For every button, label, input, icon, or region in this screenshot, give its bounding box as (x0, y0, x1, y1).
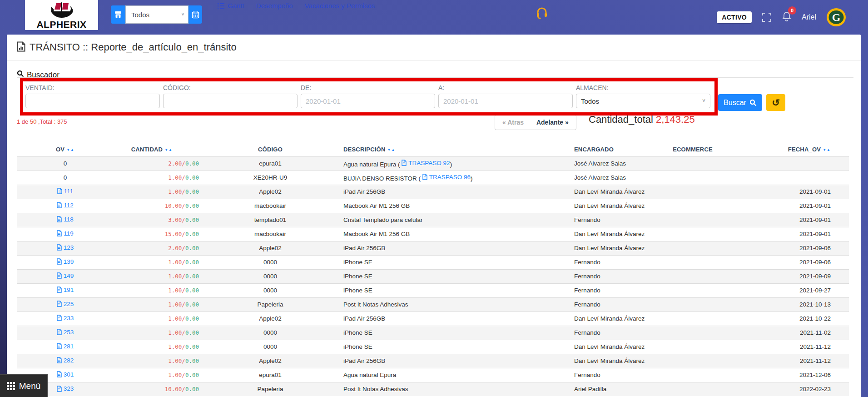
fullscreen-icon[interactable] (762, 12, 772, 22)
ecommerce-cell (659, 283, 727, 297)
cantidad-cell: 3.00/0.00 (114, 213, 204, 227)
document-icon (57, 315, 62, 321)
fecha-ov-cell (727, 156, 849, 171)
cantidad-cell: 1.00/0.00 (114, 255, 204, 269)
fecha-ov-cell: 2021-09-01 (727, 213, 849, 227)
chevron-down-icon: ˅ (181, 11, 184, 18)
ov-cell: 119 (17, 227, 114, 241)
codigo-cell: 0000 (204, 283, 336, 297)
fecha-de-input[interactable] (301, 94, 435, 108)
col-header-cantidad[interactable]: CANTIDAD▼▲ (114, 143, 204, 156)
fecha-ov-cell: 2021-09-01 (727, 185, 849, 199)
encargado-cell: Ariel Padilla (568, 382, 659, 396)
cantidad-cell: 1.00/0.00 (114, 283, 204, 297)
almacen-select[interactable]: Todos ˅ (576, 94, 710, 108)
notifications-bell-icon[interactable]: 0 (782, 11, 792, 24)
sort-arrows-icon[interactable]: ▼▲ (164, 148, 173, 152)
encargado-cell: Fernando (568, 368, 659, 382)
reset-button[interactable]: ↺ (766, 94, 785, 111)
table-row: 2811.00/0.000000iPhone SEDan Leví Mirand… (17, 340, 849, 354)
document-icon (422, 174, 427, 180)
ov-link[interactable]: 301 (57, 371, 74, 378)
table-row: 2821.00/0.00Apple02iPad Air 256GBDan Lev… (17, 354, 849, 368)
descripcion-cell: iPad Air 256GB (336, 185, 568, 199)
cantidad-cell: 1.00/0.00 (114, 171, 204, 185)
menu-button-label: Menú (19, 381, 41, 391)
store-icon[interactable] (111, 5, 125, 24)
ov-link[interactable]: 253 (57, 329, 74, 336)
ov-link[interactable]: 149 (57, 272, 74, 279)
nav-link-vacaciones-y-permisos[interactable]: Vacaciones y Permisos (305, 2, 375, 10)
ov-link[interactable]: 233 (57, 315, 74, 322)
ov-link[interactable]: 282 (57, 357, 74, 364)
codigo-input[interactable] (163, 94, 298, 108)
nav-link-gantt[interactable]: Gantt (218, 2, 244, 10)
ecommerce-cell (659, 382, 727, 396)
table-row: 3011.00/0.00epura01Agua natural EpuraFer… (17, 368, 849, 382)
codigo-cell: XE20HR-U9 (204, 171, 336, 185)
traspaso-link[interactable]: TRASPASO 92 (402, 160, 450, 166)
store-select[interactable]: Todos ˅ (125, 5, 188, 24)
table-row: 1183.00/0.00templado01Cristal Templado p… (17, 213, 849, 227)
ov-link[interactable]: 281 (57, 343, 74, 350)
chevron-down-icon: ˅ (702, 98, 705, 104)
ov-link[interactable]: 123 (57, 244, 74, 251)
ov-cell: 233 (17, 312, 114, 326)
alpherix-logo[interactable]: ALPHERIX (25, 0, 98, 30)
fecha-ov-cell: 2021-10-13 (727, 297, 849, 312)
table-row: 2251.00/0.00PapeleriaPost It Notas Adhes… (17, 297, 849, 312)
menu-button[interactable]: Menú (0, 374, 48, 397)
sort-arrows-icon[interactable]: ▼▲ (66, 148, 74, 152)
cantidad-total: Cantidad_total 2,143.25 (589, 114, 695, 126)
search-icon (749, 99, 757, 106)
col-header-descripcin[interactable]: DESCRIPCIÓN▼▲ (336, 143, 568, 156)
col-header-ov[interactable]: OV▼▲ (17, 143, 114, 156)
ov-cell: 0 (17, 171, 114, 185)
ov-link[interactable]: 111 (57, 188, 74, 195)
fecha-ov-cell: 2021-09-06 (727, 255, 849, 269)
a-label: A: (438, 84, 573, 91)
descripcion-cell: iPhone SE (336, 269, 568, 283)
ov-link[interactable]: 139 (57, 258, 74, 265)
calendar-icon[interactable] (188, 5, 202, 24)
buscar-button-label: Buscar (724, 99, 746, 107)
table-row: 1911.00/0.000000iPhone SEFernando2021-09… (17, 283, 849, 297)
descripcion-cell: Post It Notas Adhesivas (336, 297, 568, 312)
ov-link[interactable]: 191 (57, 286, 74, 293)
page-title-bar: TRÁNSITO :: Reporte_de_artículo_en_tráns… (7, 35, 861, 60)
ov-cell: 253 (17, 326, 114, 340)
fecha-a-input[interactable] (438, 94, 573, 108)
codigo-cell: macbookair (204, 227, 336, 241)
document-icon (57, 286, 62, 293)
ov-link[interactable]: 119 (57, 230, 74, 237)
ov-link[interactable]: 323 (57, 385, 74, 392)
status-badge[interactable]: ACTIVO (717, 11, 752, 23)
nav-links: GanttDesempeñoVacaciones y Permisos (218, 2, 375, 10)
ventaid-input[interactable] (25, 94, 160, 108)
sort-arrows-icon[interactable]: ▼▲ (823, 148, 831, 152)
codigo-cell: 0000 (204, 255, 336, 269)
sort-arrows-icon[interactable]: ▼▲ (387, 148, 396, 152)
ov-link[interactable]: 225 (57, 301, 74, 307)
ov-link[interactable]: 118 (57, 216, 74, 223)
cantidad-cell: 10.00/0.00 (114, 199, 204, 213)
document-icon (57, 386, 62, 392)
traspaso-link[interactable]: TRASPASO 96 (422, 174, 471, 181)
username-label[interactable]: Ariel (802, 13, 816, 21)
viking-ship-icon (49, 1, 74, 20)
support-headset-icon[interactable] (536, 6, 548, 21)
col-header-cdigo: CÓDIGO (204, 143, 336, 156)
next-page-button[interactable]: Adelante » (536, 119, 569, 126)
ov-link[interactable]: 112 (57, 202, 74, 209)
encargado-cell: Dan Leví Miranda Álvarez (568, 241, 659, 255)
buscar-button[interactable]: Buscar (718, 94, 762, 111)
user-avatar[interactable]: G (826, 7, 846, 27)
nav-link-desempe-o[interactable]: Desempeño (256, 2, 293, 10)
ov-value: 0 (64, 160, 67, 167)
ecommerce-cell (659, 312, 727, 326)
prev-page-button[interactable]: « Atras (502, 119, 524, 126)
cantidad-cell: 1.00/0.00 (114, 340, 204, 354)
almacen-select-value: Todos (581, 97, 599, 105)
col-header-fecha_ov[interactable]: FECHA_OV▼▲ (727, 143, 849, 156)
app-viewport: ALPHERIX Todos ˅ (0, 0, 868, 397)
